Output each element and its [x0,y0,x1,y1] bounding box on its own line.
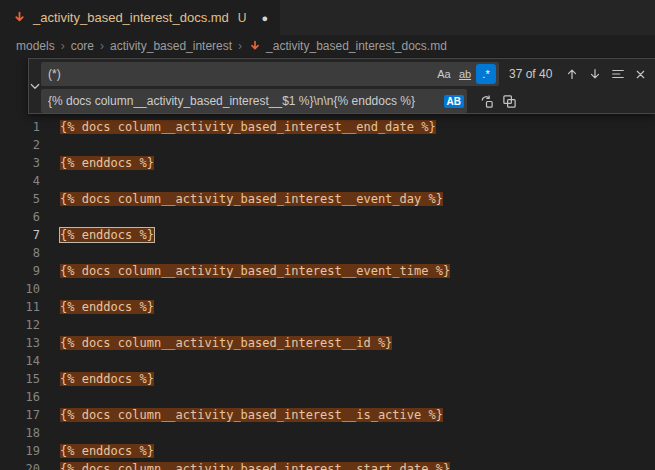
search-match: {% enddocs %} [60,156,154,170]
line-number[interactable]: 13 [0,334,40,352]
find-query: (*) [48,67,433,81]
replace-actions [475,90,521,112]
line-content: {% docs column__activity_based_interest_… [60,406,443,424]
close-find-button[interactable] [629,63,652,85]
editor-line[interactable]: 5{% docs column__activity_based_interest… [0,190,655,208]
editor-line[interactable]: 19{% enddocs %} [0,442,655,460]
match-case-button[interactable]: Aa [434,64,454,84]
line-number[interactable]: 2 [0,136,40,154]
replace-row: {% docs column__activity_based_interest_… [41,89,652,113]
line-content: {% docs column__activity_based_interest_… [60,118,436,136]
line-content: {% enddocs %} [60,442,154,460]
line-number[interactable]: 9 [0,262,40,280]
markdown-file-icon [248,39,262,53]
preserve-case-button[interactable]: AB [444,95,464,108]
tab-title: _activity_based_interest_docs.md [33,10,229,25]
previous-match-button[interactable] [560,63,583,85]
regex-button[interactable]: .* [476,64,496,84]
breadcrumb-separator: › [100,39,104,53]
tab-activity-docs[interactable]: _activity_based_interest_docs.md U ● [0,0,280,35]
editor-line[interactable]: 7{% enddocs %} [0,226,655,244]
editor-line[interactable]: 12 [0,316,655,334]
editor-line[interactable]: 15{% enddocs %} [0,370,655,388]
editor-line[interactable]: 4 [0,172,655,190]
editor-line[interactable]: 11{% enddocs %} [0,298,655,316]
breadcrumb: models›core›activity_based_interest›_act… [0,35,655,57]
line-number[interactable]: 14 [0,352,40,370]
line-number[interactable]: 3 [0,154,40,172]
line-number[interactable]: 7 [0,226,40,244]
results-count: 37 of 40 [509,67,552,81]
editor-line[interactable]: 16 [0,388,655,406]
replace-input[interactable]: {% docs column__activity_based_interest_… [41,89,467,113]
breadcrumb-item-models[interactable]: models [16,39,55,53]
whole-word-button[interactable]: ab [455,64,475,84]
editor-line[interactable]: 17{% docs column__activity_based_interes… [0,406,655,424]
search-match: {% docs column__activity_based_interest_… [60,192,443,206]
vscode-window: _activity_based_interest_docs.md U ● mod… [0,0,655,470]
breadcrumb-separator: › [61,39,65,53]
tab-bar: _activity_based_interest_docs.md U ● [0,0,655,35]
breadcrumb-item-activity_based_interest[interactable]: activity_based_interest [110,39,232,53]
line-number[interactable]: 12 [0,316,40,334]
line-number[interactable]: 16 [0,388,40,406]
editor-line[interactable]: 9{% docs column__activity_based_interest… [0,262,655,280]
line-content: {% enddocs %} [60,154,154,172]
markdown-file-icon [12,11,26,25]
find-input[interactable]: (*) Aa ab .* [41,62,499,86]
search-match: {% docs column__activity_based_interest_… [60,336,392,350]
replace-all-button[interactable] [498,90,521,112]
breadcrumb-label: models [16,39,55,53]
editor-line[interactable]: 10 [0,280,655,298]
line-number[interactable]: 11 [0,298,40,316]
line-content: {% docs column__activity_based_interest_… [60,460,450,470]
find-row: (*) Aa ab .* 37 of 40 [41,62,652,86]
editor-line[interactable]: 20{% docs column__activity_based_interes… [0,460,655,470]
search-match: {% enddocs %} [60,444,154,458]
line-content: {% docs column__activity_based_interest_… [60,262,450,280]
editor-line[interactable]: 3{% enddocs %} [0,154,655,172]
line-number[interactable]: 10 [0,280,40,298]
editor-line[interactable]: 6 [0,208,655,226]
search-match: {% enddocs %} [60,300,154,314]
search-match: {% docs column__activity_based_interest_… [60,120,436,134]
editor-lines: 1{% docs column__activity_based_interest… [0,57,655,470]
breadcrumb-item-core[interactable]: core [71,39,94,53]
breadcrumb-label: core [71,39,94,53]
line-content: {% enddocs %} [60,298,154,316]
find-in-selection-button[interactable] [606,63,629,85]
line-number[interactable]: 18 [0,424,40,442]
line-content: {% docs column__activity_based_interest_… [60,190,443,208]
current-search-match: {% enddocs %} [60,228,154,242]
next-match-button[interactable] [583,63,606,85]
editor-line[interactable]: 8 [0,244,655,262]
editor-line[interactable]: 14 [0,352,655,370]
toggle-replace-chevron[interactable] [29,59,41,113]
line-number[interactable]: 19 [0,442,40,460]
search-match: {% docs column__activity_based_interest_… [60,264,450,278]
editor-line[interactable]: 2 [0,136,655,154]
line-number[interactable]: 8 [0,244,40,262]
editor-line[interactable]: 18 [0,424,655,442]
editor-line[interactable]: 1{% docs column__activity_based_interest… [0,118,655,136]
search-match: {% docs column__activity_based_interest_… [60,408,443,422]
git-status-badge: U [238,11,247,25]
search-match: {% docs column__activity_based_interest_… [60,462,450,470]
replace-button[interactable] [475,90,498,112]
breadcrumb-label: activity_based_interest [110,39,232,53]
unsaved-changes-dot[interactable]: ● [262,12,269,24]
line-number[interactable]: 20 [0,460,40,470]
line-number[interactable]: 4 [0,172,40,190]
editor-line[interactable]: 13{% docs column__activity_based_interes… [0,334,655,352]
editor-pane[interactable]: 1{% docs column__activity_based_interest… [0,57,655,470]
line-number[interactable]: 5 [0,190,40,208]
line-number[interactable]: 1 [0,118,40,136]
breadcrumb-label: _activity_based_interest_docs.md [266,39,447,53]
line-number[interactable]: 17 [0,406,40,424]
breadcrumb-separator: › [238,39,242,53]
line-number[interactable]: 6 [0,208,40,226]
replace-value: {% docs column__activity_based_interest_… [48,94,438,108]
breadcrumb-item-_activity_based_interest_docs.md[interactable]: _activity_based_interest_docs.md [248,39,447,53]
line-content: {% enddocs %} [60,370,154,388]
line-number[interactable]: 15 [0,370,40,388]
